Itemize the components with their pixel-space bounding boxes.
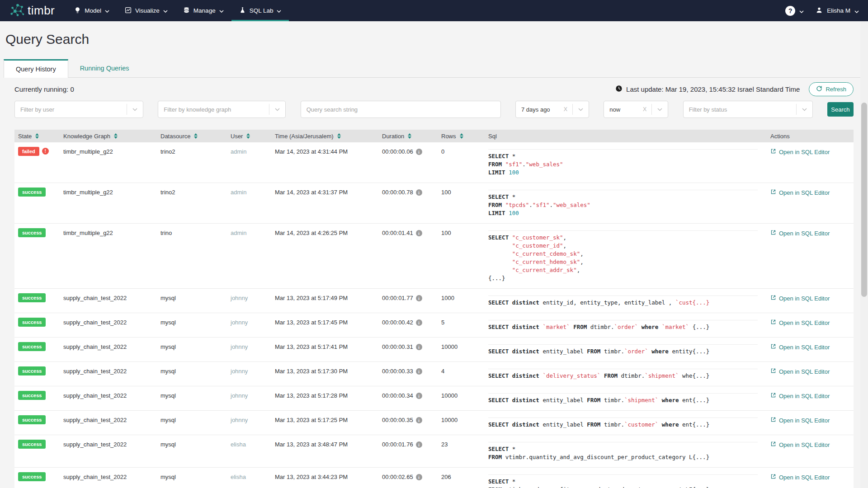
- info-icon[interactable]: i: [416, 344, 422, 350]
- datasource-cell: mysql: [160, 435, 231, 467]
- user-menu[interactable]: Elisha M: [816, 6, 859, 15]
- sort-icon[interactable]: [408, 133, 411, 139]
- chevron-down-icon[interactable]: [573, 108, 589, 111]
- open-in-sql-editor-link[interactable]: Open in SQL Editor: [770, 392, 830, 399]
- nav-item-label: Manage: [193, 7, 216, 14]
- sql-code: SELECT distinct `market` FROM dtimbr.`or…: [488, 320, 758, 331]
- info-icon[interactable]: i: [416, 417, 422, 423]
- column-header-duration[interactable]: Duration: [382, 133, 441, 140]
- sql-code: SELECT distinct entity_label FROM timbr.…: [488, 393, 758, 404]
- info-icon[interactable]: i: [416, 230, 422, 236]
- state-cell: success: [14, 224, 63, 288]
- tab-running-queries[interactable]: Running Queries: [68, 59, 141, 77]
- open-in-sql-editor-link[interactable]: Open in SQL Editor: [770, 474, 830, 481]
- column-header-knowledge-graph[interactable]: Knowledge Graph: [63, 133, 160, 140]
- open-in-sql-editor-link[interactable]: Open in SQL Editor: [770, 230, 830, 237]
- column-header-rows[interactable]: Rows: [441, 133, 488, 140]
- vertical-scrollbar[interactable]: [860, 21, 868, 488]
- column-label: Knowledge Graph: [63, 133, 110, 140]
- user-cell: johnny: [231, 386, 275, 410]
- column-label: Rows: [441, 133, 456, 140]
- datasource-cell: trino: [160, 224, 231, 288]
- filter-by-knowledge-graph-select[interactable]: Filter by knowledge graph: [158, 101, 286, 118]
- info-icon[interactable]: i: [416, 441, 422, 448]
- duration-value: 00:00:02.65: [382, 474, 413, 480]
- open-in-sql-editor-link[interactable]: Open in SQL Editor: [770, 148, 830, 155]
- error-info-icon[interactable]: !: [42, 148, 49, 155]
- search-button[interactable]: Search: [827, 102, 854, 117]
- status-badge: success: [18, 342, 46, 351]
- duration-cell: 00:00:00.35i: [382, 411, 441, 435]
- actions-cell: Open in SQL Editor: [770, 468, 854, 488]
- sort-icon[interactable]: [35, 133, 39, 139]
- info-icon[interactable]: i: [416, 189, 422, 196]
- column-header-datasource[interactable]: Datasource: [160, 133, 231, 140]
- column-label: Time (Asia/Jerusalem): [275, 133, 334, 140]
- open-in-sql-editor-link[interactable]: Open in SQL Editor: [770, 368, 830, 375]
- chevron-down-icon[interactable]: [652, 108, 668, 111]
- datasource-cell: trino2: [160, 183, 231, 223]
- column-header-actions: Actions: [770, 133, 854, 140]
- open-in-sql-editor-link[interactable]: Open in SQL Editor: [770, 441, 830, 448]
- column-header-user[interactable]: User: [231, 133, 275, 140]
- info-icon[interactable]: i: [416, 474, 422, 480]
- rows-cell: 0: [441, 142, 488, 183]
- open-in-sql-editor-label: Open in SQL Editor: [779, 189, 830, 196]
- column-header-time-asia-jerusalem-[interactable]: Time (Asia/Jerusalem): [275, 133, 382, 140]
- info-icon[interactable]: i: [416, 149, 422, 155]
- chevron-down-icon[interactable]: [127, 108, 143, 111]
- info-icon[interactable]: i: [416, 393, 422, 399]
- nav-item-visualize[interactable]: Visualize: [117, 0, 175, 21]
- table-body: failed!timbr_multiple_g22trino2adminMar …: [14, 142, 854, 488]
- nav-item-manage[interactable]: Manage: [175, 0, 231, 21]
- filter-by-user-select[interactable]: Filter by user: [14, 101, 143, 118]
- clear-icon[interactable]: X: [559, 106, 572, 113]
- filter-by-status-select[interactable]: Filter by status: [683, 101, 813, 118]
- open-in-sql-editor-link[interactable]: Open in SQL Editor: [770, 417, 830, 424]
- open-in-sql-editor-label: Open in SQL Editor: [779, 393, 830, 399]
- help-menu[interactable]: ?: [785, 6, 804, 16]
- sql-cell: SELECT "c_customer_sk", "c_customer_id",…: [488, 224, 770, 288]
- nav-item-sql-lab[interactable]: SQL Lab: [231, 0, 289, 21]
- column-header-state[interactable]: State: [14, 133, 63, 140]
- knowledge-graph-cell: supply_chain_test_2022: [63, 338, 160, 361]
- table-row: failed!timbr_multiple_g22trino2adminMar …: [14, 142, 854, 183]
- time-cell: Mar 13, 2023 at 3:44:23 PM: [275, 468, 382, 488]
- duration-cell: 00:00:02.65i: [382, 468, 441, 488]
- info-icon[interactable]: i: [416, 319, 422, 326]
- rows-cell: 100: [441, 224, 488, 288]
- open-in-sql-editor-link[interactable]: Open in SQL Editor: [770, 295, 830, 302]
- sort-icon[interactable]: [246, 133, 250, 139]
- info-icon[interactable]: i: [416, 368, 422, 375]
- question-icon: ?: [785, 6, 795, 16]
- duration-value: 00:00:01.76: [382, 441, 413, 448]
- scrollbar-thumb[interactable]: [861, 103, 867, 297]
- external-link-icon: [770, 148, 776, 155]
- sort-icon[interactable]: [337, 133, 341, 139]
- sort-icon[interactable]: [114, 133, 118, 139]
- user-cell: admin: [231, 183, 275, 223]
- nav-item-model[interactable]: Model: [66, 0, 117, 21]
- query-search-input[interactable]: [307, 106, 500, 113]
- brand-logo[interactable]: timbr: [9, 2, 55, 19]
- open-in-sql-editor-label: Open in SQL Editor: [779, 230, 830, 237]
- state-cell: failed!: [14, 142, 63, 183]
- open-in-sql-editor-link[interactable]: Open in SQL Editor: [770, 319, 830, 326]
- sort-icon[interactable]: [460, 133, 463, 139]
- clear-icon[interactable]: X: [638, 106, 651, 113]
- tab-query-history[interactable]: Query History: [4, 59, 68, 78]
- sort-icon[interactable]: [194, 133, 198, 139]
- chevron-down-icon[interactable]: [797, 108, 812, 111]
- actions-cell: Open in SQL Editor: [770, 183, 854, 223]
- chevron-down-icon[interactable]: [269, 108, 285, 111]
- refresh-button[interactable]: Refresh: [809, 82, 854, 96]
- navbar-right: ? Elisha M: [785, 6, 859, 16]
- open-in-sql-editor-link[interactable]: Open in SQL Editor: [770, 343, 830, 351]
- query-search-input-wrap: [301, 101, 501, 118]
- filter-by-user-placeholder: Filter by user: [20, 106, 54, 113]
- time-from-select[interactable]: 7 days ago X: [515, 101, 589, 118]
- state-cell: success: [14, 338, 63, 361]
- info-icon[interactable]: i: [416, 295, 422, 301]
- open-in-sql-editor-link[interactable]: Open in SQL Editor: [770, 189, 830, 196]
- time-to-select[interactable]: now X: [604, 101, 668, 118]
